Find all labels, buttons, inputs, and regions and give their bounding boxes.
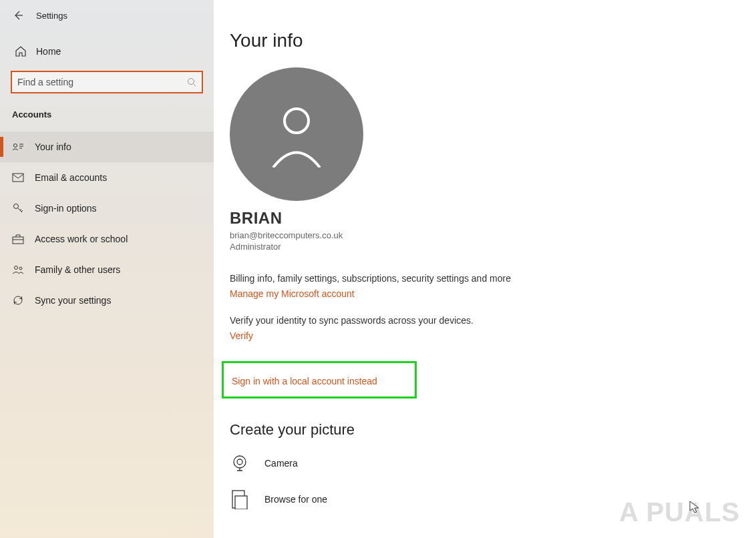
sidebar-item-family-users[interactable]: Family & other users	[0, 254, 214, 285]
svg-rect-2	[13, 174, 23, 182]
user-email: brian@briteccomputers.co.uk	[230, 230, 740, 240]
verify-text: Verify your identity to sync passwords a…	[230, 315, 740, 326]
svg-point-3	[14, 204, 19, 209]
manage-account-link[interactable]: Manage my Microsoft account	[230, 288, 355, 299]
settings-title: Settings	[36, 11, 67, 21]
svg-point-9	[237, 459, 242, 465]
sidebar-item-signin-options[interactable]: Sign-in options	[0, 193, 214, 224]
sidebar-item-label: Your info	[35, 142, 71, 152]
sidebar-item-sync-settings[interactable]: Sync your settings	[0, 285, 214, 316]
search-container	[0, 64, 214, 93]
people-icon	[12, 264, 24, 276]
verify-link[interactable]: Verify	[230, 330, 253, 341]
sidebar-item-label: Sync your settings	[35, 295, 111, 306]
sidebar: Settings Home Accounts Your info Email &…	[0, 0, 214, 538]
search-icon	[187, 77, 196, 87]
svg-rect-4	[13, 237, 23, 244]
sidebar-item-access-work-school[interactable]: Access work or school	[0, 224, 214, 254]
user-role: Administrator	[230, 242, 740, 252]
home-label: Home	[36, 46, 61, 57]
create-picture-heading: Create your picture	[230, 421, 740, 439]
user-name: BRIAN	[230, 209, 740, 228]
person-icon	[266, 101, 327, 168]
avatar	[230, 67, 363, 201]
camera-icon	[230, 453, 250, 473]
billing-info-text: Billing info, family settings, subscript…	[230, 273, 740, 284]
camera-label: Camera	[264, 458, 298, 469]
sidebar-header: Settings	[0, 0, 214, 31]
svg-point-8	[234, 456, 246, 468]
local-account-highlight: Sign in with a local account instead	[222, 361, 417, 398]
sidebar-item-label: Access work or school	[35, 234, 128, 244]
sidebar-item-your-info[interactable]: Your info	[0, 131, 214, 162]
search-input[interactable]	[17, 77, 187, 87]
svg-rect-11	[235, 496, 247, 509]
browse-option[interactable]: Browse for one	[230, 489, 740, 509]
mail-icon	[12, 172, 24, 184]
sidebar-item-email-accounts[interactable]: Email & accounts	[0, 162, 214, 193]
briefcase-icon	[12, 233, 24, 245]
back-button[interactable]	[12, 9, 24, 21]
home-nav[interactable]: Home	[0, 39, 214, 64]
sidebar-item-label: Family & other users	[35, 264, 120, 275]
main-content: Your info BRIAN brian@briteccomputers.co…	[214, 0, 756, 538]
svg-point-5	[15, 266, 18, 270]
svg-point-0	[188, 79, 194, 85]
svg-point-1	[14, 144, 17, 148]
sidebar-nav: Your info Email & accounts Sign-in optio…	[0, 131, 214, 316]
svg-point-7	[285, 109, 309, 133]
sidebar-section-label: Accounts	[0, 93, 214, 131]
sidebar-item-label: Sign-in options	[35, 203, 97, 214]
home-icon	[15, 45, 27, 57]
browse-icon	[230, 489, 250, 509]
page-title: Your info	[230, 30, 740, 51]
svg-point-6	[19, 267, 22, 270]
person-card-icon	[12, 141, 24, 153]
sync-icon	[12, 294, 24, 306]
sidebar-item-label: Email & accounts	[35, 172, 107, 183]
key-icon	[12, 202, 24, 214]
arrow-left-icon	[13, 10, 23, 21]
local-account-link[interactable]: Sign in with a local account instead	[232, 376, 377, 386]
camera-option[interactable]: Camera	[230, 453, 740, 473]
search-box[interactable]	[11, 71, 203, 93]
browse-label: Browse for one	[264, 494, 327, 505]
